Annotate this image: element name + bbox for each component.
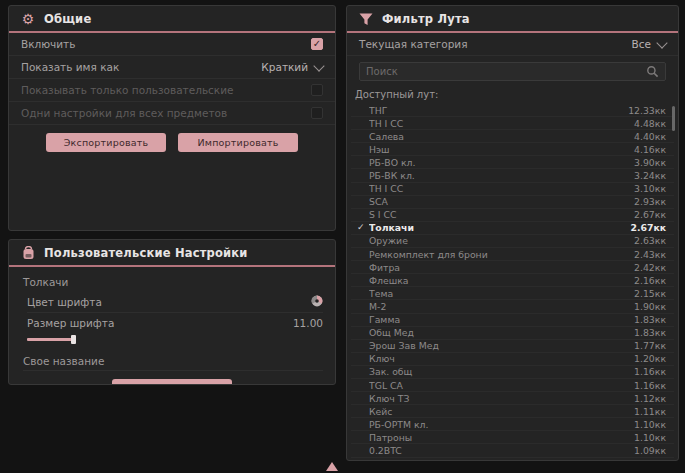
loot-item[interactable]: Зак. общ 1.16кк <box>351 366 674 379</box>
chevron-down-icon <box>656 37 667 48</box>
loot-item-value: 2.67кк <box>630 222 666 233</box>
loot-item[interactable]: Нэш 4.16кк <box>351 143 674 156</box>
loot-item-value: 1.77кк <box>634 340 666 351</box>
general-panel-title: Общие <box>44 12 91 26</box>
funnel-icon <box>359 12 373 26</box>
loot-item-name: ТНГ <box>369 105 628 116</box>
loot-item-value: 2.16кк <box>634 275 666 286</box>
loot-item-value: 2.93кк <box>634 196 666 207</box>
loot-item-value: 3.10кк <box>634 183 666 194</box>
loot-item-name: S I СС <box>369 209 634 220</box>
loot-item-value: 1.10кк <box>634 432 666 443</box>
loot-item-value: 12.33кк <box>628 105 666 116</box>
resize-handle[interactable] <box>326 462 338 471</box>
loot-item[interactable]: ТН I СС 4.48кк <box>351 117 674 130</box>
loot-item[interactable]: РБ-ВК кл. 3.24кк <box>351 169 674 182</box>
only-custom-checkbox[interactable] <box>311 84 323 96</box>
loot-item[interactable]: Ключ 1.20кк <box>351 353 674 366</box>
font-size-label: Размер шрифта <box>27 317 114 329</box>
search-icon[interactable] <box>646 65 659 78</box>
custom-name-input[interactable] <box>23 355 323 367</box>
loot-item[interactable]: 0.2BTC 1.09кк <box>351 444 674 457</box>
loot-item-name: ТН I СС <box>369 183 634 194</box>
loot-item-name: Патроны <box>369 432 634 443</box>
loot-item-value: 1.12кк <box>634 393 666 404</box>
loot-item-name: Ремкомплект для брони <box>369 249 634 260</box>
loot-item[interactable]: Ремкомплект для брони 2.43кк <box>351 248 674 261</box>
general-settings-panel: ⚙ Общие Включить ✓ Показать имя как Крат… <box>8 5 336 231</box>
loot-item-value: 3.24кк <box>634 170 666 181</box>
loot-item[interactable]: SCA 2.93кк <box>351 196 674 209</box>
loot-item[interactable]: S I СС 2.67кк <box>351 209 674 222</box>
delete-button-row: Удалить <box>9 379 335 385</box>
loot-item[interactable]: Кейс 1.11кк <box>351 405 674 418</box>
loot-item-name: Кейс <box>369 406 634 417</box>
loot-item[interactable]: Патроны 1.10кк <box>351 431 674 444</box>
loot-item[interactable]: Гамма 1.83кк <box>351 314 674 327</box>
chevron-down-icon <box>313 60 324 71</box>
loot-panel-header: Фильтр Лута <box>347 6 678 33</box>
loot-item[interactable]: ТН I СС 3.10кк <box>351 183 674 196</box>
color-picker-button[interactable] <box>311 295 323 309</box>
delete-button[interactable]: Удалить <box>112 379 232 385</box>
gear-icon: ⚙ <box>21 12 35 26</box>
setting-row-name-display: Показать имя как Краткий <box>9 56 335 79</box>
loot-filter-panel: Фильтр Лута Текущая категория Все Доступ… <box>346 5 679 461</box>
loot-item-value: 4.40кк <box>634 131 666 142</box>
search-input[interactable] <box>366 66 640 77</box>
import-button[interactable]: Импортировать <box>178 133 298 152</box>
loot-item-name: Салева <box>369 131 634 142</box>
loot-item[interactable]: РБ-ОРТМ кл. 1.10кк <box>351 418 674 431</box>
loot-item-name: Оружие <box>369 235 634 246</box>
export-button[interactable]: Экспортировать <box>46 133 166 152</box>
loot-item-value: 1.09кк <box>634 445 666 456</box>
loot-item-name: Гамма <box>369 314 634 325</box>
loot-item[interactable]: Салева 4.40кк <box>351 130 674 143</box>
user-panel-title: Пользовательские Настройки <box>44 246 248 260</box>
name-display-dropdown[interactable]: Краткий <box>261 61 323 73</box>
loot-item[interactable]: РБ-ВО кл. 3.90кк <box>351 156 674 169</box>
category-dropdown[interactable]: Все <box>632 38 666 50</box>
loot-item[interactable]: Оружие 2.63кк <box>351 235 674 248</box>
loot-item-name: Ключ <box>369 353 634 364</box>
loot-item-value: 4.16кк <box>634 144 666 155</box>
scrollbar-thumb[interactable] <box>672 106 675 131</box>
backpack-icon <box>21 246 35 260</box>
loot-item-name: Нэш <box>369 144 634 155</box>
loot-item[interactable]: Фитра 2.42кк <box>351 261 674 274</box>
same-settings-label: Одни настройки для всех предметов <box>21 107 227 119</box>
loot-item[interactable]: Тема 2.15кк <box>351 287 674 300</box>
loot-item-name: ТН I СС <box>369 118 634 129</box>
slider-handle[interactable] <box>71 335 76 344</box>
only-custom-label: Показывать только пользовательские <box>21 84 233 96</box>
category-row: Текущая категория Все <box>347 33 678 56</box>
loot-item[interactable]: ОСПТ 1.00кк <box>351 458 674 461</box>
enable-checkbox[interactable]: ✓ <box>311 38 323 50</box>
loot-item[interactable]: Флешка 2.16кк <box>351 274 674 287</box>
loot-item[interactable]: Общ Мед 1.83кк <box>351 327 674 340</box>
setting-row-same-settings: Одни настройки для всех предметов <box>9 102 335 125</box>
custom-name-field-row <box>23 352 323 371</box>
loot-item-value: 2.63кк <box>634 235 666 246</box>
loot-item-value: 1.16кк <box>634 380 666 391</box>
setting-row-only-custom: Показывать только пользовательские <box>9 79 335 102</box>
font-color-row: Цвет шрифта <box>27 292 323 313</box>
loot-item-name: Эрош Зав Мед <box>369 340 634 351</box>
general-panel-header: ⚙ Общие <box>9 6 335 33</box>
loot-item-value: 1.83кк <box>634 314 666 325</box>
loot-item[interactable]: Эрош Зав Мед 1.77кк <box>351 340 674 353</box>
loot-item-name: Ключ ТЗ <box>369 393 634 404</box>
selected-check-icon: ✓ <box>357 223 369 232</box>
loot-item-name: Фитра <box>369 262 634 273</box>
loot-item[interactable]: М-2 1.90кк <box>351 300 674 313</box>
loot-item[interactable]: ТНГ 12.33кк <box>351 104 674 117</box>
same-settings-checkbox[interactable] <box>311 107 323 119</box>
loot-item-value: 2.67кк <box>634 209 666 220</box>
loot-item[interactable]: TGL CA 1.16кк <box>351 379 674 392</box>
loot-item[interactable]: Ключ ТЗ 1.12кк <box>351 392 674 405</box>
user-settings-panel: Пользовательские Настройки Толкачи Цвет … <box>8 239 336 385</box>
loot-item-value: 1.83кк <box>634 327 666 338</box>
font-size-slider[interactable] <box>27 335 323 344</box>
loot-item[interactable]: ✓ Толкачи 2.67кк <box>351 222 674 235</box>
loot-item-value: 2.43кк <box>634 249 666 260</box>
